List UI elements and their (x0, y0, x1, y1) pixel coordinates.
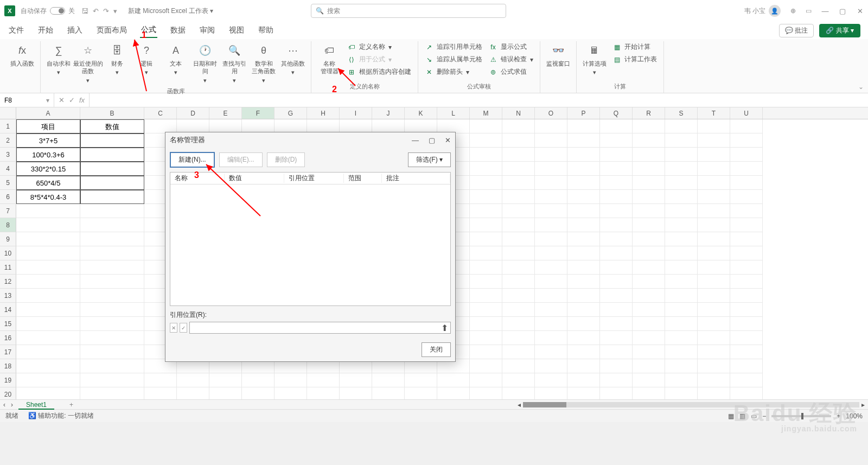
cell[interactable] (600, 387, 633, 399)
cell[interactable] (665, 303, 698, 317)
autosum-button[interactable]: ∑自动求和▾ (45, 41, 72, 79)
zoom-in-icon[interactable]: + (837, 412, 840, 420)
cell[interactable] (665, 289, 698, 303)
cell[interactable] (80, 148, 144, 162)
horizontal-scrollbar[interactable]: ◂▸ (518, 401, 865, 409)
cell[interactable] (535, 176, 567, 190)
cell[interactable] (80, 162, 144, 176)
page-layout-icon[interactable]: ▥ (739, 412, 745, 420)
col-header[interactable]: O (535, 107, 567, 119)
cell[interactable] (535, 303, 567, 317)
cell[interactable] (535, 119, 567, 133)
cell[interactable] (600, 148, 633, 162)
cell[interactable] (633, 289, 665, 303)
page-break-icon[interactable]: ▭ (751, 412, 757, 420)
cell[interactable] (567, 359, 600, 373)
cell[interactable] (80, 303, 144, 317)
cell[interactable] (633, 176, 665, 190)
cell[interactable] (405, 373, 437, 387)
cell[interactable] (502, 218, 535, 232)
cell[interactable] (600, 303, 633, 317)
cell[interactable] (470, 190, 502, 204)
fx-icon[interactable]: fx (79, 96, 85, 104)
cell[interactable] (535, 218, 567, 232)
col-header[interactable]: Q (600, 107, 633, 119)
cell[interactable] (698, 289, 730, 303)
cell[interactable] (80, 317, 144, 331)
cell[interactable] (567, 133, 600, 148)
col-header[interactable]: M (470, 107, 502, 119)
cell[interactable] (16, 387, 80, 399)
cell[interactable] (665, 204, 698, 218)
cell[interactable] (730, 119, 763, 133)
cell[interactable] (80, 275, 144, 289)
cell[interactable] (535, 190, 567, 204)
row-header[interactable]: 6 (0, 190, 16, 204)
cell[interactable] (470, 162, 502, 176)
redo-icon[interactable]: ↷ (103, 7, 109, 15)
new-sheet-button[interactable]: + (69, 401, 73, 409)
cell[interactable] (665, 133, 698, 148)
tab-home[interactable]: 开始 (37, 23, 54, 37)
cell[interactable] (502, 331, 535, 345)
cell[interactable] (730, 204, 763, 218)
cell[interactable] (372, 373, 405, 387)
cell[interactable] (502, 232, 535, 246)
col-header[interactable]: C (144, 107, 177, 119)
cell[interactable] (633, 246, 665, 260)
cell[interactable] (633, 133, 665, 148)
cell[interactable] (16, 218, 80, 232)
cell[interactable] (633, 303, 665, 317)
col-header[interactable]: K (405, 107, 437, 119)
datetime-button[interactable]: 🕐日期和时间▾ (192, 41, 219, 86)
cell[interactable] (16, 275, 80, 289)
col-header[interactable]: I (340, 107, 372, 119)
cell[interactable] (600, 218, 633, 232)
tab-insert[interactable]: 插入 (66, 23, 84, 37)
cell[interactable] (633, 218, 665, 232)
cell[interactable] (16, 204, 80, 218)
maximize-button[interactable]: ▢ (839, 7, 846, 15)
tab-layout[interactable]: 页面布局 (95, 23, 128, 37)
tab-formulas[interactable]: 公式 (140, 23, 157, 38)
ref-accept-icon[interactable]: ✓ (180, 323, 187, 333)
cell[interactable] (340, 387, 372, 399)
cell[interactable]: 数值 (80, 119, 144, 133)
cell[interactable] (80, 373, 144, 387)
cell[interactable] (730, 303, 763, 317)
cell[interactable] (535, 162, 567, 176)
cell[interactable] (730, 133, 763, 148)
remove-arrows-button[interactable]: ✕删除箭头 ▾ (423, 66, 484, 78)
cell[interactable] (470, 119, 502, 133)
cell[interactable] (535, 345, 567, 359)
cell[interactable] (275, 373, 307, 387)
cell[interactable] (16, 359, 80, 373)
row-header[interactable]: 16 (0, 331, 16, 345)
cell[interactable] (633, 162, 665, 176)
row-header[interactable]: 20 (0, 387, 16, 399)
cell[interactable] (502, 246, 535, 260)
cell[interactable] (80, 246, 144, 260)
watch-window-button[interactable]: 👓监视窗口 (545, 41, 572, 69)
cell[interactable] (535, 275, 567, 289)
cell[interactable] (698, 387, 730, 399)
cell[interactable] (16, 303, 80, 317)
cell[interactable] (633, 317, 665, 331)
cell[interactable] (633, 119, 665, 133)
cell[interactable] (600, 260, 633, 275)
cell[interactable] (16, 232, 80, 246)
cell[interactable] (567, 148, 600, 162)
save-icon[interactable]: 🖫 (81, 7, 88, 15)
evaluate-formula-button[interactable]: ⊚公式求值 (487, 66, 535, 78)
cell[interactable] (665, 387, 698, 399)
cell[interactable] (16, 289, 80, 303)
cell[interactable] (600, 359, 633, 373)
cell[interactable] (535, 204, 567, 218)
cell[interactable] (730, 260, 763, 275)
col-header[interactable]: L (437, 107, 470, 119)
minimize-button[interactable]: — (821, 7, 829, 15)
cell[interactable] (567, 190, 600, 204)
cell[interactable] (665, 345, 698, 359)
cell[interactable] (372, 387, 405, 399)
autosave-toggle[interactable]: 自动保存 关 (21, 7, 75, 16)
